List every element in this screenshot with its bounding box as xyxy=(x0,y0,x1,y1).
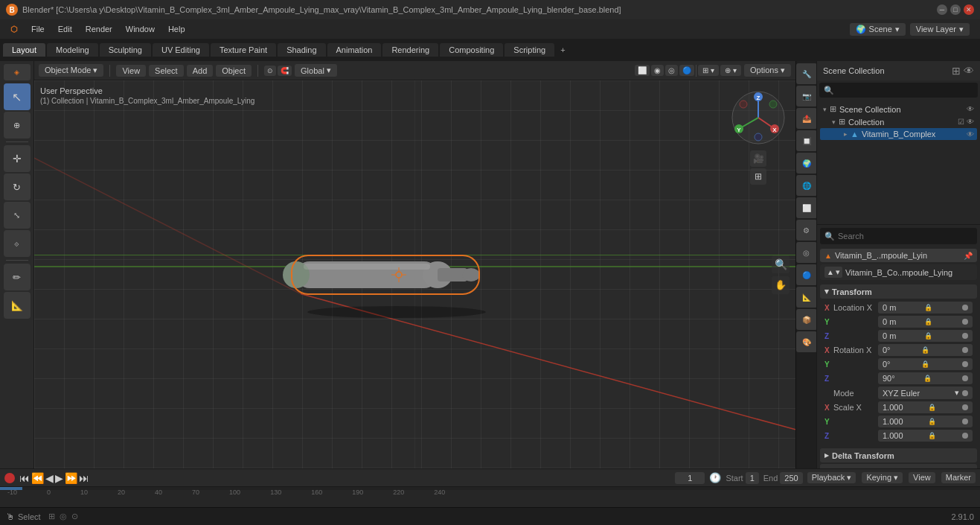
prop-tab-output[interactable]: 📤 xyxy=(796,108,817,129)
object-visibility[interactable]: 👁 xyxy=(967,130,974,139)
scale-z-value[interactable]: 1.000 🔒 xyxy=(878,430,973,442)
prop-tab-view-layer[interactable]: 🔲 xyxy=(796,130,817,151)
properties-search[interactable]: 🔍 xyxy=(820,228,977,244)
object-mode-dropdown[interactable]: Object Mode ▾ xyxy=(39,64,103,77)
menu-help[interactable]: Help xyxy=(162,23,191,35)
move-tool[interactable]: ✛ xyxy=(4,145,31,172)
global-selector[interactable]: Global ▾ xyxy=(295,64,337,77)
rotation-x-value[interactable]: 0° 🔒 xyxy=(878,344,973,356)
marker-menu[interactable]: Marker xyxy=(941,472,976,483)
collection-visibility[interactable]: ☑ 👁 xyxy=(958,118,974,126)
scale-tool[interactable]: ⤡ xyxy=(4,202,31,229)
overlay-btn[interactable]: ⊞ ▾ xyxy=(698,65,719,76)
tab-animation[interactable]: Animation xyxy=(327,43,382,57)
prop-tab-material[interactable]: 🎨 xyxy=(796,331,817,352)
tab-scripting[interactable]: Scripting xyxy=(505,43,554,57)
measure-tool[interactable]: 📐 xyxy=(4,292,31,319)
prop-tab-object[interactable]: ⬜ xyxy=(796,197,817,218)
rotation-z-value[interactable]: 90° 🔒 xyxy=(878,372,973,384)
record-button[interactable] xyxy=(4,473,15,483)
window-controls[interactable]: ─ □ ✕ xyxy=(937,4,974,15)
relations-header[interactable]: ▸ Relations xyxy=(820,464,977,468)
maximize-button[interactable]: □ xyxy=(950,4,961,15)
play-btn[interactable]: ▶ xyxy=(55,472,63,484)
minimize-button[interactable]: ─ xyxy=(937,4,947,15)
view-menu[interactable]: View xyxy=(116,65,146,77)
end-frame-input[interactable]: 250 xyxy=(780,472,802,484)
viewport[interactable]: Object Mode ▾ View Select Add Object ⊙ 🧲… xyxy=(34,61,795,468)
object-menu[interactable]: Object xyxy=(216,65,252,77)
prop-tab-active-tool[interactable]: 🔧 xyxy=(796,63,817,84)
scale-y-value[interactable]: 1.000 🔒 xyxy=(878,416,973,427)
transform-section-header[interactable]: ▾ Transform xyxy=(820,284,977,299)
rotation-mode-value[interactable]: XYZ Euler ▾ xyxy=(878,386,973,399)
timeline-content[interactable]: -10 0 10 20 40 70 100 130 160 190 220 24… xyxy=(0,487,980,507)
outliner-search-bar[interactable]: 🔍 xyxy=(819,83,978,98)
step-forward-btn[interactable]: ⏩ xyxy=(65,472,77,484)
menu-window[interactable]: Window xyxy=(120,23,161,35)
snap-btn[interactable]: 🧲 xyxy=(278,66,292,76)
keying-menu[interactable]: Keying ▾ xyxy=(862,472,903,483)
select-tool[interactable]: ↖ xyxy=(4,83,31,110)
tab-texture-paint[interactable]: Texture Paint xyxy=(211,43,276,57)
tab-shading[interactable]: Shading xyxy=(278,43,325,57)
prop-tab-modifier[interactable]: ⚙ xyxy=(796,220,817,241)
playback-menu[interactable]: Playback ▾ xyxy=(807,472,856,483)
gizmo-btn[interactable]: ⊕ ▾ xyxy=(720,65,741,76)
proportional-edit-btn[interactable]: ⊙ xyxy=(264,66,276,76)
prop-tab-render[interactable]: 📷 xyxy=(796,86,817,106)
add-menu[interactable]: Add xyxy=(187,65,214,77)
tab-uv-editing[interactable]: UV Editing xyxy=(153,43,209,57)
play-back-btn[interactable]: ◀ xyxy=(45,472,54,484)
skip-to-end-btn[interactable]: ⏭ xyxy=(79,472,89,484)
location-y-value[interactable]: 0 m 🔒 xyxy=(878,316,973,328)
prop-tab-scene[interactable]: 🌍 xyxy=(796,153,817,174)
prop-tab-particles[interactable]: ◎ xyxy=(796,242,817,263)
sub-object-type[interactable]: ▲ ▾ xyxy=(824,267,842,278)
menu-render[interactable]: Render xyxy=(80,23,118,35)
add-workspace-button[interactable]: + xyxy=(556,44,569,56)
tab-modeling[interactable]: Modeling xyxy=(47,43,98,57)
viewport-shading-render[interactable]: 🔵 xyxy=(679,65,694,76)
prop-tab-constraints[interactable]: 📐 xyxy=(796,287,817,308)
step-back-btn[interactable]: ⏪ xyxy=(31,472,44,484)
viewport-shading-lookdev[interactable]: ◎ xyxy=(665,65,678,76)
pan-btn[interactable]: ✋ xyxy=(772,276,790,294)
tab-layout[interactable]: Layout xyxy=(3,43,45,57)
outliner-eye-btn[interactable]: 👁 xyxy=(964,65,974,77)
outliner-search-input[interactable] xyxy=(837,86,973,95)
scale-x-value[interactable]: 1.000 🔒 xyxy=(878,401,973,413)
rotation-y-value[interactable]: 0° 🔒 xyxy=(878,358,973,370)
tab-rendering[interactable]: Rendering xyxy=(382,43,438,57)
close-button[interactable]: ✕ xyxy=(964,4,974,15)
options-btn[interactable]: Options ▾ xyxy=(744,64,791,77)
current-frame-display[interactable]: 1 xyxy=(675,472,705,484)
viewport-shading-wire[interactable]: ⬜ xyxy=(635,65,650,76)
outliner-filter-btn[interactable]: ⊞ xyxy=(952,65,961,77)
scene-selector[interactable]: 🌍 Scene ▾ xyxy=(850,23,906,36)
outliner-collection[interactable]: ▾ ⊞ Collection ☑ 👁 xyxy=(820,115,977,128)
tab-sculpting[interactable]: Sculpting xyxy=(100,43,151,57)
view-layer-selector[interactable]: View Layer ▾ xyxy=(910,23,970,36)
prop-tab-data[interactable]: 📦 xyxy=(796,309,817,330)
viewport-canvas[interactable]: User Perspective (1) Collection | Vitami… xyxy=(34,80,795,468)
transform-tool[interactable]: ⟐ xyxy=(4,230,31,257)
tab-compositing[interactable]: Compositing xyxy=(440,43,503,57)
select-menu[interactable]: Select xyxy=(149,65,184,77)
zoom-camera-btn[interactable]: 🎥 xyxy=(750,150,766,167)
navigation-gizmo[interactable]: Z X Y 🎥 ⊞ xyxy=(728,88,788,147)
location-x-value[interactable]: 0 m 🔒 xyxy=(878,302,973,314)
skip-to-start-btn[interactable]: ⏮ xyxy=(19,472,30,484)
view-menu-tl[interactable]: View xyxy=(909,472,935,483)
zoom-in-btn[interactable]: 🔍 xyxy=(772,255,790,273)
location-z-value[interactable]: 0 m 🔒 xyxy=(878,330,973,342)
menu-edit[interactable]: Edit xyxy=(52,23,78,35)
scene-collection-visibility[interactable]: 👁 xyxy=(967,105,974,113)
viewport-shading-solid[interactable]: ◉ xyxy=(651,65,664,76)
menu-file[interactable]: File xyxy=(25,23,51,35)
prop-tab-physics[interactable]: 🔵 xyxy=(796,264,817,285)
rotate-tool[interactable]: ↻ xyxy=(4,174,31,200)
start-frame-input[interactable]: 1 xyxy=(746,472,759,484)
transform-mode-selector[interactable]: ◈ xyxy=(4,64,31,80)
annotate-tool[interactable]: ✏ xyxy=(4,264,31,290)
